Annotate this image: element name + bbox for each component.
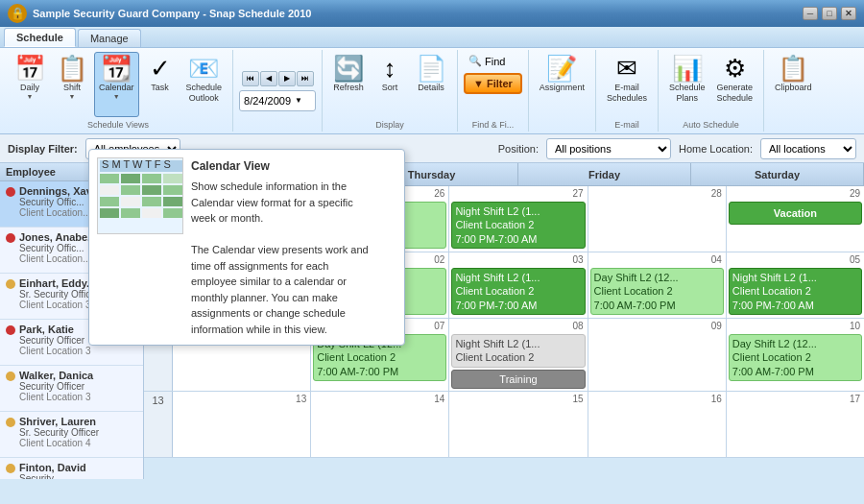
cal-cell[interactable]: 03 Night Shift L2 (1... Client Location … bbox=[449, 252, 588, 318]
svg-rect-11 bbox=[121, 197, 140, 206]
ribbon-tabs: Schedule Manage bbox=[0, 27, 864, 48]
nav-next-btn[interactable]: ▶ bbox=[278, 71, 296, 86]
shift-location: Client Location 2 bbox=[317, 350, 443, 364]
find-icon: 🔍 bbox=[468, 55, 482, 67]
svg-rect-17 bbox=[163, 208, 182, 218]
employee-status-dot bbox=[6, 464, 15, 473]
cal-cell[interactable]: 15 bbox=[449, 392, 588, 457]
tooltip-line7: employee similar to a calendar or bbox=[191, 274, 369, 290]
nav-prev-btn[interactable]: ◀ bbox=[260, 71, 277, 86]
training-block[interactable]: Training bbox=[451, 370, 585, 389]
cal-cell[interactable]: 28 bbox=[588, 186, 727, 252]
date-selector[interactable]: 8/24/2009 ▼ bbox=[239, 90, 316, 111]
shift-block[interactable]: Night Shift L2 (1... Client Location 2 7… bbox=[451, 268, 585, 315]
daily-dropdown[interactable]: ▼ bbox=[27, 93, 34, 100]
cal-date-num: 09 bbox=[711, 321, 722, 331]
shift-time: 7:00 PM-7:00 AM bbox=[732, 299, 858, 312]
cal-cell[interactable]: 08 Night Shift L2 (1... Client Location … bbox=[449, 319, 588, 391]
task-button[interactable]: ✓ Task bbox=[141, 52, 180, 117]
cal-row-num: 13 bbox=[144, 392, 173, 457]
nav-last-btn[interactable]: ⏭ bbox=[297, 71, 314, 86]
email-schedules-button[interactable]: ✉ E-mailSchedules bbox=[602, 52, 652, 117]
shift-block[interactable]: Night Shift L2 (1... Client Location 2 7… bbox=[729, 268, 862, 315]
cal-cell[interactable]: 13 bbox=[173, 392, 311, 457]
cal-day-header-sat: Saturday bbox=[691, 163, 864, 185]
generate-schedule-icon: ⚙ bbox=[724, 56, 746, 81]
cal-cell[interactable]: 04 Day Shift L2 (12... Client Location 2… bbox=[588, 252, 727, 318]
cal-cell[interactable]: 14 bbox=[311, 392, 449, 457]
sort-button[interactable]: ↕ Sort bbox=[371, 52, 409, 117]
assignment-button[interactable]: 📝 Assignment bbox=[535, 52, 589, 117]
shift-icon: 📋 bbox=[57, 56, 87, 81]
cal-date-num: 03 bbox=[572, 254, 583, 265]
details-button[interactable]: 📄 Details bbox=[411, 52, 451, 117]
employee-item[interactable]: Shriver, Lauren Sr. Security Officer Cli… bbox=[0, 412, 143, 458]
minimize-btn[interactable]: ─ bbox=[803, 7, 818, 20]
tooltip-line2: Calendar view format for a specific bbox=[191, 195, 369, 211]
schedule-plans-button[interactable]: 📊 SchedulePlans bbox=[664, 52, 710, 117]
shift-block[interactable]: Day Shift L2 (12... Client Location 2 7:… bbox=[590, 268, 724, 315]
find-button[interactable]: 🔍 Find bbox=[464, 52, 510, 70]
ribbon-group-clipboard: 📋 Clipboard bbox=[764, 50, 823, 132]
tooltip-line8: monthly planner. You can make bbox=[191, 290, 369, 306]
cal-cell[interactable]: 17 bbox=[727, 392, 864, 457]
calendar-row: 13 13 14 15 16 17 bbox=[144, 392, 864, 458]
employee-role: Security Officer bbox=[19, 381, 137, 392]
cal-cell[interactable]: 10 Day Shift L2 (12... Client Location 2… bbox=[727, 319, 864, 391]
cal-cell[interactable]: 09 bbox=[588, 319, 727, 391]
close-btn[interactable]: ✕ bbox=[841, 7, 856, 20]
maximize-btn[interactable]: □ bbox=[822, 7, 837, 20]
calendar-button[interactable]: 📆 Calendar ▼ bbox=[94, 52, 139, 117]
svg-rect-5 bbox=[163, 174, 182, 183]
tab-manage[interactable]: Manage bbox=[78, 29, 141, 47]
employee-location: Client Location 4 bbox=[19, 438, 137, 448]
generate-schedule-button[interactable]: ⚙ GenerateSchedule bbox=[711, 52, 757, 117]
cal-date-num: 07 bbox=[434, 321, 444, 331]
nav-first-btn[interactable]: ⏮ bbox=[242, 71, 259, 86]
schedule-plans-label: SchedulePlans bbox=[669, 83, 706, 104]
schedule-outlook-button[interactable]: 📧 ScheduleOutlook bbox=[181, 52, 228, 117]
shift-location: Client Location 2 bbox=[732, 284, 858, 298]
employee-name: Walker, Danica bbox=[19, 370, 137, 381]
refresh-button[interactable]: 🔄 Refresh bbox=[328, 52, 369, 117]
cal-cell[interactable]: 16 bbox=[588, 392, 727, 457]
employee-item[interactable]: Walker, Danica Security Officer Client L… bbox=[0, 366, 143, 412]
shift-dropdown[interactable]: ▼ bbox=[69, 93, 76, 100]
cal-cell[interactable]: 27 Night Shift L2 (1... Client Location … bbox=[449, 186, 588, 252]
employee-item[interactable]: Finton, David Security... bbox=[0, 458, 143, 479]
ribbon-group-auto-schedule: 📊 SchedulePlans ⚙ GenerateSchedule Auto … bbox=[659, 50, 764, 132]
clipboard-group-label bbox=[768, 130, 819, 132]
shift-button[interactable]: 📋 Shift ▼ bbox=[52, 52, 92, 117]
cal-cell[interactable]: 29 Vacation bbox=[727, 186, 864, 252]
svg-rect-7 bbox=[121, 185, 140, 195]
details-icon: 📄 bbox=[416, 56, 446, 81]
cal-cell[interactable]: 05 Night Shift L2 (1... Client Location … bbox=[727, 252, 864, 318]
shift-block[interactable]: Night Shift L2 (1... Client Location 2 bbox=[451, 334, 585, 368]
tooltip-line9: assignments or change schedule bbox=[191, 305, 369, 322]
filter-button[interactable]: ▼ Filter bbox=[464, 73, 522, 94]
shift-block[interactable]: Day Shift L2 (12... Client Location 2 7:… bbox=[729, 334, 862, 381]
daily-button[interactable]: 📅 Daily ▼ bbox=[10, 52, 50, 117]
shift-block[interactable]: Night Shift L2 (1... Client Location 2 7… bbox=[451, 202, 585, 249]
svg-rect-6 bbox=[100, 185, 119, 195]
shift-location: Client Location 2 bbox=[732, 350, 858, 364]
calendar-label: Calendar bbox=[99, 83, 134, 93]
shift-time: 7:00 AM-7:00 PM bbox=[594, 299, 720, 312]
generate-schedule-label: GenerateSchedule bbox=[716, 83, 753, 104]
shift-title: Day Shift L2 (12... bbox=[732, 337, 858, 350]
calendar-dropdown[interactable]: ▼ bbox=[113, 93, 120, 100]
window-controls[interactable]: ─ □ ✕ bbox=[803, 7, 856, 20]
refresh-icon: 🔄 bbox=[333, 56, 364, 81]
employee-role: Security... bbox=[19, 473, 137, 479]
svg-text:S M T W T F S: S M T W T F S bbox=[102, 158, 171, 170]
date-dropdown-icon[interactable]: ▼ bbox=[295, 96, 302, 105]
position-select[interactable]: All positions bbox=[546, 138, 671, 159]
schedule-outlook-label: ScheduleOutlook bbox=[186, 83, 223, 104]
shift-block[interactable]: Vacation bbox=[729, 202, 862, 225]
clipboard-button[interactable]: 📋 Clipboard bbox=[770, 52, 817, 117]
employee-name: Finton, David bbox=[19, 462, 137, 473]
employee-location: Client Location 3 bbox=[19, 346, 137, 356]
email-icon: ✉ bbox=[616, 56, 637, 81]
home-location-select[interactable]: All locations bbox=[760, 138, 856, 159]
tab-schedule[interactable]: Schedule bbox=[4, 28, 76, 47]
